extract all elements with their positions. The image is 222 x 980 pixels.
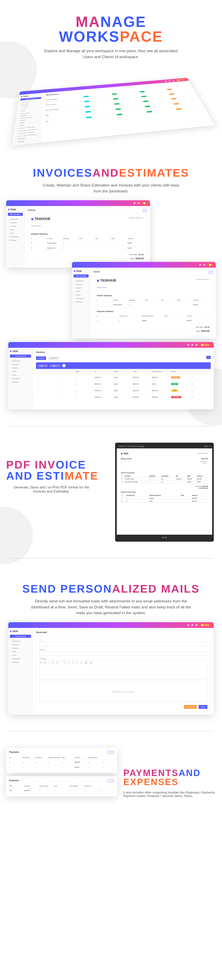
sidebar-item[interactable]: Users	[8, 231, 23, 235]
add-payment-button[interactable]: + —	[108, 751, 114, 754]
divider	[8, 426, 214, 426]
add-button[interactable]: +	[206, 356, 211, 359]
invoice-mock: ⬤ TASK Main Workspace DashboardCalendarP…	[72, 262, 216, 339]
date-filter[interactable]: 📅 —	[50, 364, 60, 367]
to-input[interactable]	[39, 642, 208, 646]
tab-estimates[interactable]: Estimates	[48, 356, 59, 360]
sidebar-item[interactable]: Projects	[73, 286, 89, 290]
sidebar: TASK Main Workspace DashboardCalendarPro…	[8, 628, 33, 714]
section4-title: SEND PERSONALIZED MAILS	[6, 583, 216, 594]
table-row[interactable]: ▸☐—INVOC-1client$310.00$250.00Pending✎ 🗑	[36, 374, 211, 381]
sidebar-item[interactable]: Meetings	[73, 300, 89, 304]
expenses-mock: Expenses + — TitleAmountExpense dateNote…	[6, 776, 117, 796]
sidebar-item[interactable]: Dashboard	[10, 359, 31, 363]
panel-title: Estimate	[28, 209, 35, 212]
save-draft-button[interactable]: Save Draft	[184, 705, 197, 709]
table-row[interactable]: 2————$10.00—✎ 🗑	[9, 765, 114, 770]
sidebar-item[interactable]: Meetings	[10, 660, 31, 664]
panel-title: Invoice	[94, 271, 100, 274]
sidebar-item[interactable]: Calendar	[10, 643, 31, 646]
invoice-panel: Invoice ⟳ ◆ TASKHUB Invoice #INVOC-1 Bil…	[91, 268, 216, 339]
section5-title: PAYMENTS AND EXPENSES	[123, 768, 216, 786]
message-editor[interactable]: ¶ B I U S " ≡ ≡ ≡ A ◻ 🔗 ⊞	[39, 660, 208, 679]
sidebar-item[interactable]: Dashboard	[10, 640, 31, 643]
sidebar-item[interactable]: Projects	[10, 366, 31, 370]
brand-logo: ◆ TASKHUB	[97, 278, 116, 282]
section3-desc: Generate, Store and / or Print PDF forma…	[12, 485, 91, 493]
sidebar-item[interactable]: Workspace	[8, 235, 23, 239]
section2-title: INVOICES AND ESTIMATES	[6, 167, 216, 178]
table-row[interactable]: 1Product Name1$40.00	[97, 302, 209, 307]
user-chip[interactable]: ⬤ Admin	[176, 79, 186, 81]
table-row[interactable]: 11Paypal$40.00	[97, 318, 209, 323]
table-row[interactable]: 1————$600.00—✎ 🗑	[9, 760, 114, 765]
panel-title: Expenses	[9, 779, 19, 782]
file-dropzone[interactable]: Drop Files Here To Upload	[39, 681, 208, 702]
sidebar-item[interactable]: Users	[10, 373, 31, 377]
sidebar-item[interactable]: Dashboard	[73, 279, 89, 283]
pdf-pager[interactable]: ◀ 1 ▶	[117, 535, 212, 540]
sidebar: TASK Main Workspace DashboardCalendarPro…	[12, 93, 43, 146]
decorative-circle	[0, 507, 33, 564]
sidebar-item[interactable]: Dashboard	[8, 218, 23, 221]
clear-icon[interactable]: ✕	[62, 364, 65, 367]
sidebar-item[interactable]: Projects	[8, 224, 23, 228]
sidebar-item[interactable]: Calendar	[8, 221, 23, 224]
sidebar-item[interactable]: Workspace	[10, 657, 31, 660]
section1-title: MANAGE WORKSPACE	[6, 14, 216, 44]
tab-invoices[interactable]: Invoices	[36, 356, 46, 360]
sidebar-item[interactable]: Projects	[10, 646, 31, 650]
estimate-id: Estimate #ESTMT-1	[129, 217, 144, 221]
topbar-icon	[172, 80, 174, 81]
sidebar-item[interactable]: Tasks	[73, 290, 89, 293]
add-expense-button[interactable]: + —	[108, 779, 114, 782]
date-filter[interactable]: 📅 —	[38, 364, 48, 367]
sidebar: TASK Main Workspace DashboardCalendarPro…	[72, 268, 91, 339]
table-row[interactable]: ▸☐—INVOC-3client$118.00$118.00Draft✎ 🗑	[36, 387, 211, 394]
table-row[interactable]: 2Another Item1$14.00	[31, 246, 144, 251]
sidebar-item[interactable]: Calendar	[73, 283, 89, 286]
estimate-panel: Estimate ⟳ ◆ TASKHUB Estimate #ESTMT-1 B…	[25, 206, 150, 268]
mail-panel: Send mail To Subject Message ¶ B I U S "…	[33, 628, 214, 714]
mock-topbar: ⬤	[72, 262, 216, 268]
sidebar-item[interactable]: Tasks	[8, 228, 23, 231]
send-button[interactable]: Send	[198, 705, 208, 709]
sidebar: TASK Main Workspace DashboardCalendarPro…	[6, 206, 25, 268]
pdf-invoice-table: #ProductQuantityUnit NameTaxRateAmount1P…	[121, 475, 208, 483]
pdf-viewer: Taskhub - The Project Manager ⊞ ⊟ ✕ ◆ TA…	[115, 443, 214, 542]
invoice-list-mock: ⬤ Admin TASK Main Workspace DashboardCal…	[8, 342, 214, 409]
pdf-title: Taskhub - The Project Manager	[118, 445, 144, 447]
sidebar-item[interactable]: Workspace	[10, 377, 31, 380]
pdf-controls[interactable]: ⊞ ⊟ ✕	[204, 445, 211, 447]
invoice-id: Invoice #INVOC-1	[196, 278, 209, 282]
estimate-mock: ⬤ TASK Main Workspace DashboardCalendarP…	[6, 200, 150, 268]
invoices-list-panel: Invoices Invoices Estimates + 📅 — 📅 — ✕ …	[33, 348, 214, 409]
table-row[interactable]: Test$100.00————✎ 🗑	[9, 788, 114, 793]
sidebar-item[interactable]: Workspace	[73, 297, 89, 300]
section2-desc: Create, Maintain and Share Estimation an…	[39, 182, 183, 194]
sidebar-item[interactable]: Users	[73, 293, 89, 297]
brand-logo: ◆ TASKHUB	[31, 217, 50, 221]
action-button[interactable]: ⟳	[209, 271, 213, 274]
sidebar: TASK Main Workspace DashboardCalendarPro…	[8, 348, 33, 409]
pdf-payment-table: #Payment IDPayment MethodNoteAmount11Pay…	[121, 494, 208, 503]
sidebar-item[interactable]: Users	[10, 654, 31, 657]
decorative-circle	[0, 41, 37, 99]
topbar-icon	[169, 80, 171, 81]
filter-bar: 📅 — 📅 — ✕	[36, 362, 211, 369]
sidebar-item[interactable]: Meetings	[8, 239, 23, 242]
section5-desc: It also includes other supporting module…	[123, 791, 216, 798]
sidebar-item[interactable]: Meetings	[10, 380, 31, 384]
sidebar-item[interactable]: Calendar	[10, 363, 31, 366]
table-row[interactable]: ▸☐—INVOC-2client$310.00$0.00Paid✎ 🗑	[36, 381, 211, 387]
panel-title: Invoices	[36, 351, 211, 353]
sidebar-item[interactable]: Tasks	[10, 650, 31, 654]
action-button[interactable]: ⟳	[143, 209, 147, 212]
sidebar-item[interactable]: Tasks	[10, 370, 31, 373]
table-row[interactable]: ▸☐—INVOC-4client$310.00$310.00Cancelled✎…	[36, 394, 211, 401]
editor-toolbar[interactable]: ¶ B I U S " ≡ ≡ ≡ A ◻ 🔗 ⊞	[40, 660, 207, 665]
topbar-icon	[165, 81, 167, 82]
table-row[interactable]: 1Product Name1$40.00	[31, 241, 144, 246]
subject-input[interactable]	[39, 651, 208, 655]
section4-desc: Directly send rich text formatted mails …	[27, 598, 195, 616]
